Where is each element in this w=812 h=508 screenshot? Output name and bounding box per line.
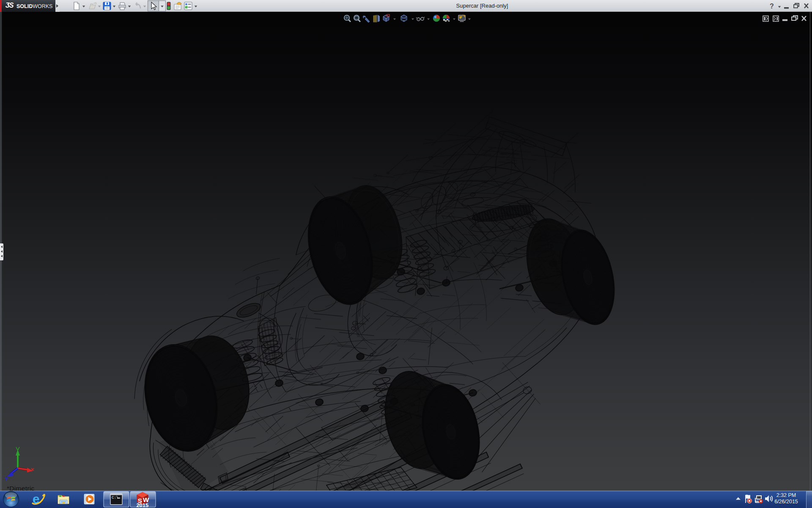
svg-text:?: ? (770, 3, 774, 10)
svg-text:2015: 2015 (136, 502, 148, 508)
